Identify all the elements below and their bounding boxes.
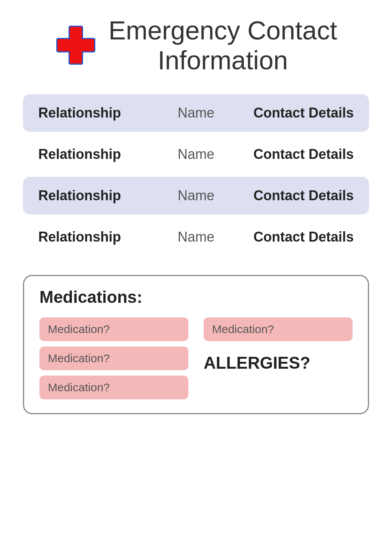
medications-content: Medication? Medication? Medication? Medi…	[39, 317, 353, 399]
details-label-4: Contact Details	[248, 229, 354, 245]
medications-box: Medications: Medication? Medication? Med…	[23, 275, 369, 414]
relationship-label-4: Relationship	[38, 229, 144, 245]
medication-pill-3: Medication?	[39, 376, 188, 399]
medications-right-column: Medication? ALLERGIES?	[204, 317, 353, 373]
medication-pill-2: Medication?	[39, 346, 188, 370]
medication-pill-1: Medication?	[39, 317, 188, 341]
details-label-2: Contact Details	[248, 146, 354, 162]
page-header: Emergency Contact Information	[23, 15, 369, 75]
relationship-label-1: Relationship	[38, 105, 144, 121]
name-label-1: Name	[144, 105, 249, 121]
name-label-4: Name	[144, 229, 249, 245]
details-label-1: Contact Details	[248, 105, 354, 121]
red-cross-icon	[55, 24, 97, 66]
svg-rect-3	[57, 39, 94, 51]
relationship-label-2: Relationship	[38, 146, 144, 162]
contacts-section: Relationship Name Contact Details Relati…	[23, 94, 369, 260]
details-label-3: Contact Details	[248, 188, 354, 204]
contact-row-3: Relationship Name Contact Details	[23, 177, 369, 214]
name-label-2: Name	[144, 146, 249, 162]
medications-title: Medications:	[39, 288, 353, 307]
name-label-3: Name	[144, 188, 249, 204]
contact-row-4: Relationship Name Contact Details	[23, 218, 369, 256]
relationship-label-3: Relationship	[38, 188, 144, 204]
medication-pill-4: Medication?	[204, 317, 353, 341]
allergies-label: ALLERGIES?	[204, 353, 353, 373]
contact-row-2: Relationship Name Contact Details	[23, 136, 369, 173]
medications-left-column: Medication? Medication? Medication?	[39, 317, 188, 399]
page-title: Emergency Contact Information	[108, 15, 337, 75]
contact-row-1: Relationship Name Contact Details	[23, 94, 369, 132]
